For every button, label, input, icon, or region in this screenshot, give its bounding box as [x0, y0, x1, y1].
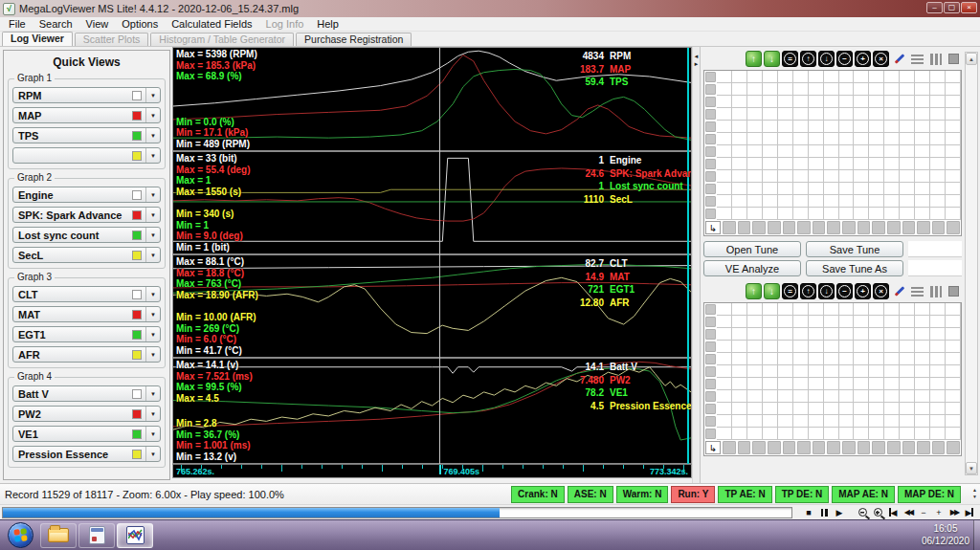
table-cell[interactable] [747, 145, 763, 158]
table-cell[interactable] [809, 303, 824, 316]
table-cell[interactable] [900, 316, 915, 328]
table-cell[interactable] [763, 208, 778, 220]
table-cell[interactable] [778, 108, 793, 121]
table-cell[interactable] [839, 170, 855, 183]
field-selector-pression-essence[interactable]: Pression Essence▼ [12, 446, 161, 462]
spinner-down-icon[interactable]: ▼ [972, 494, 977, 500]
table-cell[interactable] [763, 96, 778, 108]
taskbar-megalogviewer-button[interactable] [117, 523, 153, 548]
table-cell[interactable] [930, 121, 946, 133]
table-cell[interactable] [854, 145, 869, 158]
table-cell[interactable] [915, 108, 930, 121]
edit-pencil-icon[interactable] [891, 283, 907, 299]
table-cell[interactable] [793, 83, 809, 96]
table-cell[interactable] [930, 316, 946, 328]
table-cell[interactable] [824, 170, 839, 183]
table-cell[interactable] [884, 378, 900, 390]
table-cell[interactable] [732, 341, 747, 353]
table-cell[interactable] [946, 390, 961, 403]
table-cell[interactable] [884, 316, 900, 328]
table-cell[interactable] [839, 428, 855, 440]
table-cell[interactable] [839, 353, 855, 365]
graph-panel-2[interactable]: Max = 33 (bit)Max = 55.4 (deg)Max = 1Max… [173, 152, 691, 255]
table-cell[interactable] [717, 390, 732, 403]
table-cell[interactable] [763, 133, 778, 145]
table-cell[interactable] [946, 208, 961, 220]
table-cell[interactable] [915, 158, 930, 170]
chevron-down-icon[interactable]: ▼ [145, 447, 160, 461]
table-cell[interactable] [946, 71, 961, 83]
table-cell[interactable] [732, 328, 747, 341]
system-clock[interactable]: 16:05 06/12/2020 [922, 522, 969, 547]
column-header[interactable] [932, 221, 946, 234]
table-cell[interactable] [763, 145, 778, 158]
table-cell[interactable] [884, 121, 900, 133]
table-cell[interactable] [824, 328, 839, 341]
play-button[interactable]: ▶ [832, 506, 847, 519]
graph-panel-1[interactable]: Max = 5398 (RPM)Max = 185.3 (kPa)Max = 6… [173, 48, 691, 152]
table-cell[interactable] [732, 183, 747, 195]
table-cell[interactable] [915, 390, 930, 403]
menu-options[interactable]: Options [115, 18, 165, 30]
chevron-down-icon[interactable]: ▼ [145, 248, 160, 262]
column-header[interactable] [902, 441, 916, 454]
table-cell[interactable] [839, 403, 855, 415]
column-header[interactable] [947, 441, 960, 454]
table-cell[interactable] [809, 316, 824, 328]
table-cell[interactable] [732, 133, 747, 145]
table-cell[interactable] [763, 303, 778, 316]
table-cell[interactable] [809, 403, 824, 415]
table-cell[interactable] [900, 158, 915, 170]
table-cell[interactable] [946, 353, 961, 365]
table-cell[interactable] [854, 133, 869, 145]
rewind-button[interactable]: ◀◀ [901, 506, 916, 519]
column-header[interactable] [917, 441, 930, 454]
table-cell[interactable] [946, 378, 961, 390]
table-cell[interactable] [915, 316, 930, 328]
table-cell[interactable] [839, 96, 855, 108]
table-cell[interactable] [732, 83, 747, 96]
table-cell[interactable] [946, 195, 961, 208]
row-header[interactable] [705, 317, 716, 327]
table-cell[interactable] [900, 71, 915, 83]
fill-view-icon[interactable] [946, 51, 962, 67]
table-cell[interactable] [900, 96, 915, 108]
table-cell[interactable] [778, 341, 793, 353]
table-cell[interactable] [915, 133, 930, 145]
row-header[interactable] [705, 109, 716, 120]
table-cell[interactable] [869, 208, 884, 220]
table-cell[interactable] [717, 145, 732, 158]
table-cell[interactable] [884, 428, 900, 440]
decrease-icon[interactable]: ↓ [818, 51, 835, 67]
table-cell[interactable] [824, 341, 839, 353]
table-cell[interactable] [915, 145, 930, 158]
menu-log-info[interactable]: Log Info [259, 18, 311, 30]
table-cell[interactable] [839, 71, 855, 83]
table-cell[interactable] [900, 133, 915, 145]
axis-corner-icon[interactable]: ↳ [705, 441, 721, 454]
table-cell[interactable] [824, 390, 839, 403]
table-cell[interactable] [732, 353, 747, 365]
step-back-button[interactable]: − [916, 506, 931, 519]
table-cell[interactable] [717, 303, 732, 316]
table-cell[interactable] [778, 83, 793, 96]
table-cell[interactable] [869, 328, 884, 341]
column-header[interactable] [842, 221, 856, 234]
table-cell[interactable] [884, 145, 900, 158]
table-cell[interactable] [915, 365, 930, 378]
table-cell[interactable] [793, 96, 809, 108]
table-cell[interactable] [717, 365, 732, 378]
column-header[interactable] [738, 441, 751, 454]
table-cell[interactable] [946, 121, 961, 133]
table-cell[interactable] [793, 403, 809, 415]
nudge-down-green-icon[interactable]: ↓ [764, 51, 780, 67]
table-cell[interactable] [824, 208, 839, 220]
field-selector-afr[interactable]: AFR▼ [12, 346, 161, 363]
chevron-down-icon[interactable]: ▼ [145, 208, 160, 222]
field-selector-lost-sync-count[interactable]: Lost sync count▼ [12, 227, 161, 243]
table-cell[interactable] [763, 170, 778, 183]
table-cell[interactable] [824, 303, 839, 316]
nudge-up-green-icon[interactable]: ↑ [746, 283, 762, 299]
table-cell[interactable] [869, 415, 884, 428]
column-header[interactable] [723, 441, 736, 454]
